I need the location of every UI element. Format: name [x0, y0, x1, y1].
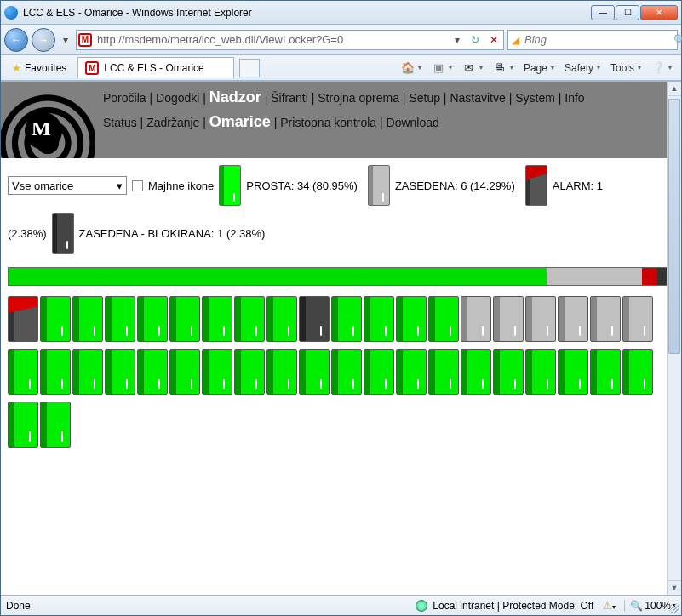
help-button[interactable]: ❔▾ — [647, 59, 676, 77]
legend-blocked: ZASEDENA - BLOKIRANA: 1 (2.38%) — [79, 227, 266, 240]
bar-segment-occupied — [547, 268, 642, 285]
app-nav-link[interactable]: Omarice — [209, 113, 271, 130]
locker-grid-row-1 — [1, 293, 681, 345]
locker-green[interactable] — [266, 296, 297, 342]
app-nav-link[interactable]: Nadzor — [209, 88, 261, 106]
locker-green[interactable] — [493, 349, 524, 395]
new-tab-button[interactable] — [239, 59, 260, 77]
locker-green[interactable] — [169, 296, 200, 342]
locker-green[interactable] — [169, 349, 200, 395]
app-nav-link[interactable]: Download — [387, 116, 439, 129]
mail-button[interactable]: ✉▾ — [458, 59, 487, 77]
locker-gray[interactable] — [590, 296, 621, 342]
tools-menu[interactable]: Tools▾ — [606, 60, 645, 77]
legend-occupied: ZASEDENA: 6 (14.29%) — [395, 180, 515, 192]
safety-menu[interactable]: Safety▾ — [560, 60, 605, 77]
app-nav-link[interactable]: Setup — [409, 91, 440, 105]
locker-green[interactable] — [364, 349, 394, 395]
star-icon: ★ — [12, 62, 21, 74]
app-nav-link[interactable]: Pristopna kontrola — [280, 116, 376, 129]
app-nav-link[interactable]: Zadržanje — [146, 116, 199, 129]
locker-green[interactable] — [364, 296, 394, 342]
legend-icon-alarm — [525, 165, 547, 206]
scroll-thumb[interactable] — [668, 99, 680, 354]
locker-green[interactable] — [461, 349, 491, 395]
locker-green[interactable] — [396, 349, 427, 395]
locker-gray[interactable] — [558, 296, 588, 342]
page-menu[interactable]: Page▾ — [519, 60, 559, 77]
locker-green[interactable] — [331, 349, 362, 395]
search-bar[interactable]: ◢ 🔍 — [507, 30, 678, 50]
small-icons-label: Majhne ikone — [148, 180, 214, 192]
scroll-down-icon[interactable]: ▼ — [668, 580, 681, 595]
back-button[interactable]: ← — [4, 28, 28, 52]
scroll-up-icon[interactable]: ▲ — [668, 82, 681, 96]
app-nav-link[interactable]: Poročila — [103, 91, 146, 105]
locker-green[interactable] — [428, 349, 459, 395]
locker-green[interactable] — [137, 349, 168, 395]
feeds-button[interactable]: ▣▾ — [427, 59, 456, 77]
locker-green[interactable] — [331, 296, 362, 342]
locker-green[interactable] — [202, 349, 232, 395]
url-input[interactable] — [95, 32, 447, 47]
minimize-button[interactable]: — — [591, 5, 615, 20]
locker-dark[interactable] — [299, 296, 330, 342]
locker-green[interactable] — [202, 296, 232, 342]
url-dropdown-icon[interactable]: ▾ — [450, 34, 464, 46]
locker-green[interactable] — [396, 296, 427, 342]
tools-menu-label: Tools — [610, 62, 634, 74]
locker-gray[interactable] — [461, 296, 491, 342]
home-button[interactable]: 🏠▾ — [397, 59, 426, 77]
protected-mode-dropdown[interactable]: ⚠▾ — [599, 600, 619, 612]
search-input[interactable] — [523, 32, 670, 47]
locker-green[interactable] — [105, 296, 135, 342]
locker-green[interactable] — [137, 296, 168, 342]
app-nav-link[interactable]: System — [515, 91, 555, 105]
locker-green[interactable] — [525, 349, 556, 395]
locker-green[interactable] — [234, 349, 265, 395]
app-nav-link[interactable]: Šifranti — [271, 91, 308, 105]
locker-green[interactable] — [72, 349, 103, 395]
locker-green[interactable] — [299, 349, 330, 395]
locker-gray[interactable] — [493, 296, 524, 342]
locker-green[interactable] — [40, 296, 71, 342]
print-button[interactable]: 🖶▾ — [489, 59, 518, 77]
resize-grip[interactable] — [669, 603, 679, 613]
browser-tab[interactable]: M LCC & ELS - Omarice — [77, 57, 233, 78]
close-button[interactable]: ✕ — [640, 5, 678, 20]
nav-history-dropdown-icon[interactable]: ▾ — [59, 34, 72, 46]
locker-gray[interactable] — [622, 296, 653, 342]
locker-green[interactable] — [72, 296, 103, 342]
safety-menu-label: Safety — [565, 62, 593, 74]
locker-filter-select[interactable]: Vse omarice ▾ — [8, 176, 127, 195]
locker-green[interactable] — [105, 349, 135, 395]
zoom-control[interactable]: 🔍 100% ▾ — [624, 600, 676, 612]
locker-green[interactable] — [558, 349, 588, 395]
small-icons-checkbox[interactable] — [132, 180, 143, 191]
favorites-button[interactable]: ★ Favorites — [6, 60, 72, 77]
locker-green[interactable] — [40, 402, 71, 448]
locker-green[interactable] — [266, 349, 297, 395]
locker-green[interactable] — [8, 402, 38, 448]
maximize-button[interactable]: ☐ — [616, 5, 639, 20]
nav-separator: | — [440, 91, 450, 105]
app-nav-link[interactable]: Nastavitve — [450, 91, 505, 105]
refresh-icon[interactable]: ↻ — [467, 34, 483, 46]
app-nav-link[interactable]: Info — [565, 91, 584, 105]
locker-green[interactable] — [8, 349, 38, 395]
content-scrollbar[interactable]: ▲ ▼ — [667, 82, 681, 595]
locker-green[interactable] — [234, 296, 265, 342]
locker-green[interactable] — [40, 349, 71, 395]
app-nav-link[interactable]: Strojna oprema — [318, 91, 399, 105]
locker-green[interactable] — [590, 349, 621, 395]
stop-icon[interactable]: ✕ — [486, 34, 501, 46]
address-bar[interactable]: M ▾ ↻ ✕ — [76, 30, 504, 50]
search-icon[interactable]: 🔍 — [673, 34, 682, 46]
locker-green[interactable] — [622, 349, 653, 395]
forward-button[interactable]: → — [32, 28, 55, 52]
locker-green[interactable] — [428, 296, 459, 342]
app-nav-link[interactable]: Status — [103, 116, 137, 129]
locker-red[interactable] — [8, 296, 38, 342]
locker-gray[interactable] — [525, 296, 556, 342]
app-nav-link[interactable]: Dogodki — [156, 91, 199, 105]
